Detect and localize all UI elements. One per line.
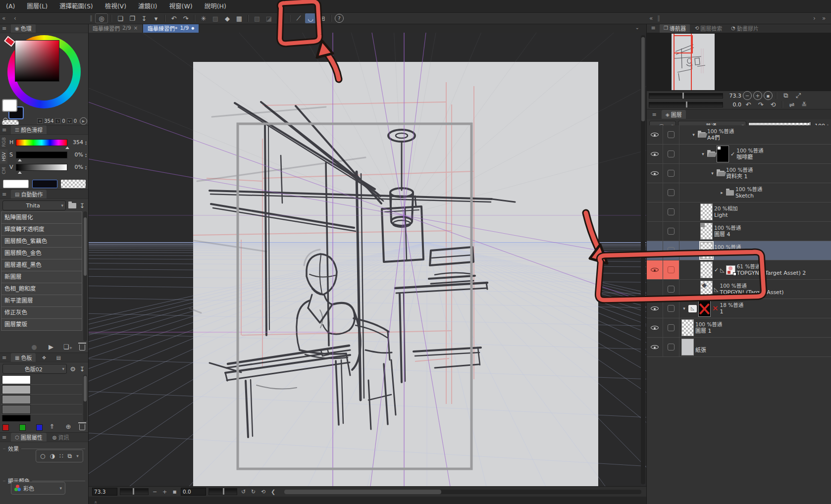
new-canvas[interactable]: ❏	[115, 13, 126, 23]
layer-row-11[interactable]: 100 %普通圖層 1	[647, 318, 831, 338]
fill-tool[interactable]: ◆	[222, 13, 233, 23]
menu-help[interactable]: 說明(H)	[199, 0, 232, 12]
flip-horizontal-icon[interactable]: ⇌	[786, 100, 797, 109]
layer-select-cell[interactable]	[663, 280, 679, 299]
recent-swatch-chip[interactable]	[19, 424, 26, 431]
layer-thumbnail[interactable]	[681, 339, 694, 355]
layer-visibility-cell[interactable]	[647, 280, 663, 299]
swatch-scrollbar[interactable]	[83, 375, 87, 421]
tab-color-wheel[interactable]: ◉ 色環	[11, 24, 36, 33]
help[interactable]: ?	[335, 14, 344, 23]
slider-track-h[interactable]	[16, 139, 67, 146]
panel-menu-icon[interactable]: ≡	[2, 127, 9, 133]
foreground-color-chip[interactable]	[2, 99, 17, 112]
layer-row-10[interactable]: ▾◺✕18 %普通1	[647, 299, 831, 318]
menu-select[interactable]: 選擇範圍(S)	[53, 0, 99, 12]
document-tab-1[interactable]: 臨摹練習們2/9×	[88, 23, 142, 33]
processing[interactable]: ✳	[198, 13, 209, 23]
layer-checkbox[interactable]	[668, 228, 675, 235]
collapse-icon[interactable]: ▾	[691, 132, 696, 137]
layer-select-cell[interactable]	[663, 299, 679, 318]
record-action-icon[interactable]: ●	[29, 342, 40, 352]
import-action-icon[interactable]: ↧	[79, 201, 86, 210]
layer-checkbox[interactable]	[668, 131, 675, 138]
rotate-ccw-icon[interactable]: ↺	[240, 489, 247, 495]
close-tab-icon[interactable]: ×	[134, 25, 138, 31]
layer-checkbox[interactable]	[668, 286, 675, 293]
zoom-in-icon[interactable]: +	[161, 489, 168, 495]
layer-checkbox[interactable]	[668, 266, 675, 273]
layer-visibility-cell[interactable]	[647, 260, 663, 279]
expand-right-panel-icon[interactable]: »	[822, 13, 826, 24]
rotate-input[interactable]: 0.0	[181, 488, 206, 496]
collapse-left-arrow-icon[interactable]: ‹	[14, 13, 16, 24]
eye-icon[interactable]	[651, 266, 659, 273]
layer-select-cell[interactable]	[663, 202, 679, 221]
layer-row-5[interactable]: 20 %相加Light	[647, 202, 831, 222]
rotate-slider[interactable]	[208, 488, 237, 495]
layer-combine-icon[interactable]: ⧉	[68, 453, 72, 459]
delete-action-icon[interactable]	[79, 345, 85, 351]
tab-auto-action[interactable]: ▤ 自動動作	[11, 190, 47, 199]
auto-action-item[interactable]: 色相_飽和度	[1, 283, 82, 295]
layer-thumbnail[interactable]	[717, 146, 729, 162]
collapse-left-panel-icon[interactable]: «	[2, 13, 5, 24]
canvas-horizontal-scrollbar[interactable]	[284, 490, 641, 494]
fit-vertical-icon[interactable]: ≚	[799, 100, 810, 109]
layer-checkbox[interactable]	[668, 208, 675, 215]
fit-to-screen-icon[interactable]: ▪	[764, 91, 773, 100]
swatch-row[interactable]	[1, 414, 82, 421]
layer-checkbox[interactable]	[668, 247, 675, 254]
layer-visibility-cell[interactable]	[647, 338, 663, 356]
auto-action-item[interactable]: 點陣圖層化	[1, 211, 82, 224]
navigator-preview[interactable]	[647, 33, 831, 91]
zoom-slider[interactable]	[120, 488, 149, 495]
layer-select-cell[interactable]	[663, 318, 679, 337]
actual-size-icon[interactable]: ⤢	[793, 91, 804, 101]
layer-select-cell[interactable]	[663, 145, 679, 163]
layer-checkbox[interactable]	[668, 151, 675, 157]
layer-checkbox[interactable]	[668, 170, 675, 177]
tab-layer-property[interactable]: ⬡ 圖層屬性	[11, 433, 47, 442]
eye-icon[interactable]	[651, 131, 659, 138]
layer-visibility-cell[interactable]	[647, 222, 663, 241]
border-effect-icon[interactable]: ○	[40, 453, 45, 459]
layer-thumbnail[interactable]	[681, 319, 694, 336]
layer-row-7[interactable]: 100 %普通sketch	[647, 241, 831, 260]
slider-stepper[interactable]: ▴▾	[85, 165, 87, 170]
layer-row-1[interactable]: ▾100 %普通A4們	[647, 125, 831, 145]
layer-checkbox[interactable]	[668, 305, 675, 312]
auto-action-scrollbar[interactable]	[83, 211, 87, 341]
layer-select-cell[interactable]	[663, 183, 679, 202]
layer-visibility-cell[interactable]	[647, 164, 663, 183]
auto-action-item[interactable]: 新圖層	[1, 271, 82, 283]
layer-row-2[interactable]: ▾✓100 %普通咖啡廳	[647, 145, 831, 164]
auto-action-item[interactable]: 輝度轉不透明度	[1, 224, 82, 236]
slider-track-s[interactable]	[16, 151, 67, 158]
play-action-icon[interactable]: ▶	[46, 342, 56, 352]
panel-menu-icon[interactable]: ≡	[2, 354, 9, 361]
zoom-reset-icon[interactable]: ■	[171, 490, 178, 494]
display-color-select[interactable]: 彩色 ▾	[11, 482, 65, 495]
zoom-out-icon[interactable]: −	[743, 91, 752, 100]
flip-both-icon[interactable]: ⧉	[780, 91, 791, 101]
collapse-icon[interactable]: ▾	[710, 171, 715, 176]
slider-stepper[interactable]: ▴▾	[85, 140, 87, 145]
auto-action-item[interactable]: 圖層顏色_金色	[1, 248, 82, 259]
wheel-mode-icon[interactable]: ▶	[80, 117, 87, 125]
zoom-in-icon[interactable]: +	[753, 91, 762, 100]
tab-navigator-2[interactable]: ◔動畫膠片	[727, 24, 763, 33]
layer-row-12[interactable]: 紙張	[647, 338, 831, 357]
panel-menu-icon[interactable]: ≡	[648, 25, 659, 31]
right-panel-grip[interactable]: ‖	[657, 13, 660, 24]
tab-navigator-0[interactable]: ❐導航器	[660, 24, 690, 33]
register-color-icon[interactable]: ⇑	[47, 421, 57, 431]
zoom-out-icon[interactable]: −	[151, 489, 158, 495]
hue-marker[interactable]	[4, 36, 15, 47]
panel-menu-icon[interactable]: ≡	[649, 111, 660, 118]
swatch-row[interactable]	[1, 375, 82, 385]
slider-mode-rgb[interactable]: RGB	[0, 135, 7, 150]
canvas-viewport[interactable]	[88, 33, 646, 486]
collapse-right-panel-icon[interactable]: «	[649, 13, 653, 24]
tab-layer[interactable]: ◈ 圖層	[662, 110, 686, 119]
